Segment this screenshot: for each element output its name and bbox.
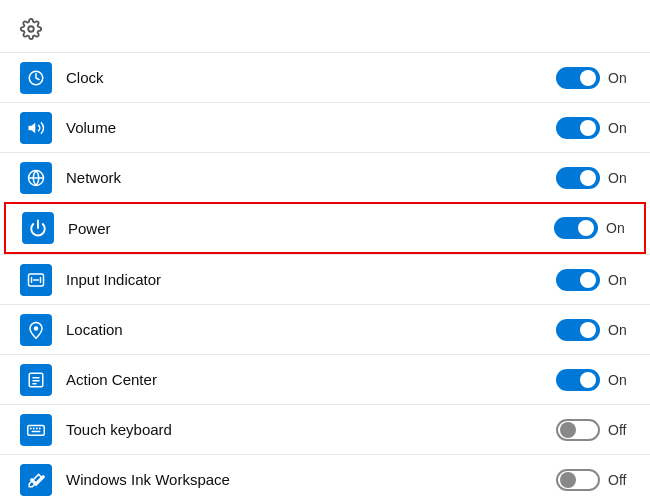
network-icon (20, 162, 52, 194)
action-center-icon (20, 364, 52, 396)
list-item-action-center: Action CenterOn (0, 354, 650, 404)
input-indicator-label: Input Indicator (66, 271, 556, 288)
windows-ink-toggle-container: Off (556, 469, 630, 491)
volume-toggle-container: On (556, 117, 630, 139)
power-toggle-knob (578, 220, 594, 236)
network-label: Network (66, 169, 556, 186)
action-center-toggle-container: On (556, 369, 630, 391)
action-center-label: Action Center (66, 371, 556, 388)
list-item-input-indicator: Input IndicatorOn (0, 254, 650, 304)
touch-keyboard-toggle[interactable] (556, 419, 600, 441)
action-center-toggle-knob (580, 372, 596, 388)
input-indicator-icon (20, 264, 52, 296)
input-indicator-toggle[interactable] (556, 269, 600, 291)
clock-toggle-container: On (556, 67, 630, 89)
network-toggle[interactable] (556, 167, 600, 189)
network-toggle-knob (580, 170, 596, 186)
clock-toggle-knob (580, 70, 596, 86)
windows-ink-toggle-label: Off (608, 472, 630, 488)
windows-ink-label: Windows Ink Workspace (66, 471, 556, 488)
list-item-windows-ink: Windows Ink WorkspaceOff (0, 454, 650, 500)
action-center-toggle-label: On (608, 372, 630, 388)
location-label: Location (66, 321, 556, 338)
volume-toggle[interactable] (556, 117, 600, 139)
power-label: Power (68, 220, 554, 237)
input-indicator-toggle-label: On (608, 272, 630, 288)
power-toggle-label: On (606, 220, 628, 236)
volume-toggle-knob (580, 120, 596, 136)
location-toggle-label: On (608, 322, 630, 338)
touch-keyboard-icon (20, 414, 52, 446)
list-item-clock: ClockOn (0, 52, 650, 102)
location-icon (20, 314, 52, 346)
network-toggle-container: On (556, 167, 630, 189)
touch-keyboard-toggle-container: Off (556, 419, 630, 441)
svg-rect-15 (28, 425, 45, 435)
svg-marker-2 (29, 122, 36, 133)
power-toggle[interactable] (554, 217, 598, 239)
windows-ink-toggle-knob (560, 472, 576, 488)
power-toggle-container: On (554, 217, 628, 239)
list-item-network: NetworkOn (0, 152, 650, 202)
volume-icon (20, 112, 52, 144)
input-indicator-toggle-container: On (556, 269, 630, 291)
clock-icon (20, 62, 52, 94)
windows-ink-toggle[interactable] (556, 469, 600, 491)
power-icon (22, 212, 54, 244)
touch-keyboard-label: Touch keyboard (66, 421, 556, 438)
clock-toggle-label: On (608, 70, 630, 86)
svg-point-0 (28, 26, 34, 32)
location-toggle[interactable] (556, 319, 600, 341)
list-item-touch-keyboard: Touch keyboardOff (0, 404, 650, 454)
input-indicator-toggle-knob (580, 272, 596, 288)
page-header (0, 0, 650, 52)
volume-toggle-label: On (608, 120, 630, 136)
network-toggle-label: On (608, 170, 630, 186)
clock-toggle[interactable] (556, 67, 600, 89)
volume-label: Volume (66, 119, 556, 136)
location-toggle-knob (580, 322, 596, 338)
system-icons-list: ClockOnVolumeOnNetworkOnPowerOnInput Ind… (0, 52, 650, 500)
clock-label: Clock (66, 69, 556, 86)
list-item-volume: VolumeOn (0, 102, 650, 152)
action-center-toggle[interactable] (556, 369, 600, 391)
touch-keyboard-toggle-knob (560, 422, 576, 438)
list-item-power: PowerOn (4, 202, 646, 254)
list-item-location: LocationOn (0, 304, 650, 354)
touch-keyboard-toggle-label: Off (608, 422, 630, 438)
location-toggle-container: On (556, 319, 630, 341)
windows-ink-icon (20, 464, 52, 496)
svg-point-10 (34, 326, 39, 331)
gear-icon (20, 18, 42, 40)
